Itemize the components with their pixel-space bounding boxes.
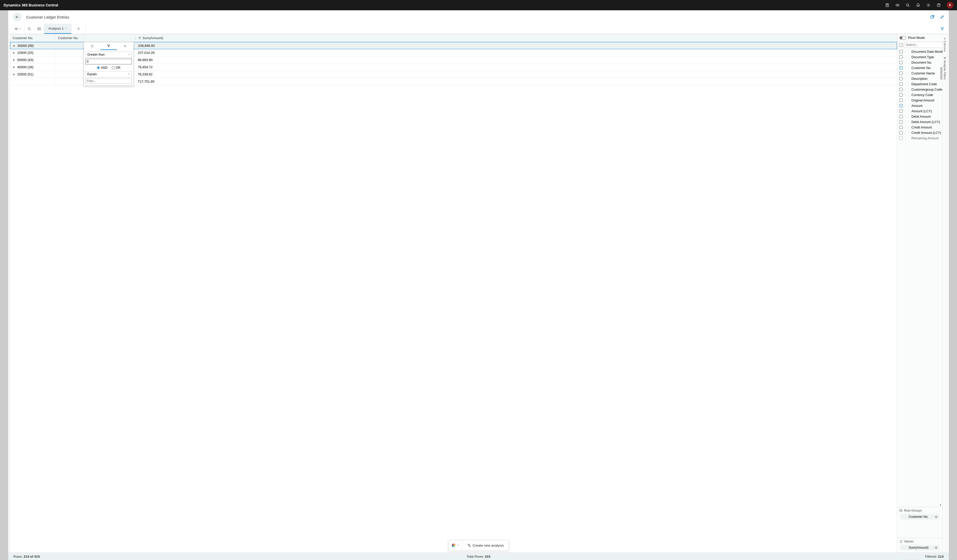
field-item[interactable]: ⋮⋮Description (898, 76, 942, 81)
filter-value-1[interactable] (85, 59, 132, 65)
page-frame: Customer Ledger Entries Analysis 1 Custo… (8, 10, 949, 560)
drag-handle-icon[interactable]: ⋮⋮ (904, 61, 910, 64)
drag-handle-icon[interactable]: ⋮⋮ (902, 546, 907, 549)
chevron-right-icon[interactable]: ▶ (13, 51, 15, 54)
grid-header-amount[interactable]: ↓ Sum(Amount) (84, 34, 897, 42)
drag-handle-icon[interactable]: ⋮⋮ (904, 120, 910, 124)
notifications-icon[interactable] (916, 3, 921, 8)
share-menu[interactable] (11, 24, 24, 34)
drag-handle-icon[interactable]: ⋮⋮ (904, 109, 910, 113)
svg-point-9 (28, 28, 30, 29)
svg-point-3 (906, 4, 909, 6)
environment-icon[interactable] (885, 3, 889, 8)
drag-handle-icon[interactable]: ⋮⋮ (902, 515, 907, 519)
pivot-mode-toggle[interactable] (899, 36, 906, 39)
field-item[interactable]: ⋮⋮Customergroup Code (898, 87, 942, 92)
drag-handle-icon[interactable]: ⋮⋮ (904, 136, 910, 140)
remove-chip-icon[interactable]: ⊗ (935, 515, 938, 519)
help-icon[interactable] (936, 3, 941, 8)
table-row[interactable]: ▶40000 (28) 76,454.72 (10, 64, 897, 71)
table-row[interactable]: ▶50000 (43) 88,993.80 (10, 57, 897, 64)
drag-handle-icon[interactable]: ⋮⋮ (904, 50, 910, 53)
field-item[interactable]: ⋮⋮Debit Amount (LCY) (898, 119, 942, 125)
field-item[interactable]: ⋮⋮Remaining Amount (898, 136, 942, 141)
table-row[interactable]: ▶30000 (59) 238,948.93 (10, 42, 897, 49)
drag-handle-icon[interactable]: ⋮⋮ (904, 126, 910, 129)
drag-handle-icon[interactable]: ⋮⋮ (904, 115, 910, 118)
columns-panel: Pivot Mode − ⋮⋮Document Date Month▲ ⋮⋮Do… (897, 34, 942, 552)
copilot-menu[interactable] (448, 540, 462, 551)
drag-handle-icon[interactable]: ⋮⋮ (904, 93, 910, 96)
remove-chip-icon[interactable]: ⊗ (935, 546, 938, 550)
analysis-tab[interactable]: Analysis 1 (44, 24, 71, 34)
drag-handle-icon[interactable]: ⋮⋮ (904, 66, 910, 69)
filter-operator-1[interactable]: Greater than (85, 52, 132, 58)
toolbar-filter-icon[interactable] (936, 27, 949, 31)
field-item[interactable]: ⋮⋮Department Code (898, 81, 942, 87)
user-avatar[interactable]: K (947, 2, 954, 8)
field-item[interactable]: ⋮⋮Customer No. (898, 65, 942, 71)
filter-and-radio[interactable]: AND (97, 66, 107, 69)
svg-point-8 (16, 28, 17, 29)
create-analysis-button[interactable]: Create new analysis (462, 544, 509, 547)
field-item[interactable]: ⋮⋮Amount (898, 103, 942, 109)
grid-header-group[interactable]: Customer No. (10, 34, 55, 42)
filter-or-radio[interactable]: OR (112, 66, 120, 69)
grid-body[interactable]: ▶30000 (59) 238,948.93 ▶10000 (33) 237,0… (10, 42, 897, 552)
side-tab-columns[interactable]: ⫼Columns (943, 34, 947, 54)
field-item[interactable]: ⋮⋮Credit Amount (LCY) (898, 130, 942, 136)
drag-handle-icon[interactable]: ⋮⋮ (904, 99, 910, 102)
field-item[interactable]: ⋮⋮Debit Amount (898, 114, 942, 119)
filter-operator-2[interactable]: Equals (85, 71, 132, 77)
pivot-mode-label: Pivot Mode (908, 36, 925, 39)
chevron-right-icon[interactable]: ▶ (13, 73, 15, 76)
drag-handle-icon[interactable]: ⋮⋮ (904, 104, 910, 107)
scrollbar-thumb[interactable] (940, 67, 942, 80)
drag-handle-icon[interactable]: ⋮⋮ (904, 82, 910, 86)
settings-icon[interactable] (926, 3, 931, 8)
scroll-down-icon[interactable]: ▼ (939, 503, 942, 507)
drag-handle-icon[interactable]: ⋮⋮ (904, 88, 910, 91)
collapse-all-button[interactable]: − (899, 43, 903, 47)
create-analysis-label: Create new analysis (472, 544, 504, 547)
page-header: Customer Ledger Entries (8, 10, 949, 24)
row-group-chip[interactable]: ⋮⋮Customer No.⊗ (900, 514, 940, 520)
add-tab-button[interactable] (71, 24, 85, 34)
field-search-input[interactable] (904, 42, 946, 48)
grid-header-customer-no[interactable]: Customer No. (55, 34, 84, 42)
popout-icon[interactable] (930, 15, 934, 19)
filter-tab-menu[interactable] (84, 42, 100, 50)
back-button[interactable] (13, 13, 22, 21)
chevron-right-icon[interactable]: ▶ (13, 44, 16, 47)
collapse-icon[interactable] (940, 15, 944, 19)
field-item[interactable]: ⋮⋮Credit Amount (898, 125, 942, 130)
field-item[interactable]: ⋮⋮Currency Code (898, 92, 942, 98)
search-icon[interactable] (905, 3, 910, 8)
drag-handle-icon[interactable]: ⋮⋮ (904, 77, 910, 80)
filter-tab-filter[interactable] (100, 42, 117, 50)
toolbar-search-icon[interactable] (24, 24, 34, 34)
chevron-right-icon[interactable]: ▶ (13, 66, 15, 68)
drag-handle-icon[interactable]: ⋮⋮ (904, 55, 910, 59)
filter-value-2[interactable] (85, 78, 132, 84)
field-item[interactable]: ⋮⋮Document No. (898, 60, 942, 65)
field-item[interactable]: ⋮⋮Amount (LCY) (898, 109, 942, 114)
field-list[interactable]: ⋮⋮Document Date Month▲ ⋮⋮Document Type ⋮… (897, 49, 942, 507)
side-tab-filters[interactable]: Analysis Filters (943, 54, 947, 82)
copilot-icon[interactable] (895, 3, 900, 8)
field-item[interactable]: ⋮⋮Document Date Month▲ (898, 49, 942, 54)
field-item[interactable]: ⋮⋮Original Amount (898, 98, 942, 103)
values-chip[interactable]: ⋮⋮Sum(Amount)⊗ (900, 545, 940, 551)
table-row[interactable]: ▶10000 (33) 237,014.28 (10, 49, 897, 57)
table-row[interactable]: ▶20000 (51) 76,339.92 (10, 71, 897, 78)
column-filter-popup: Greater than AND OR Equals (84, 42, 134, 86)
content-area: Customer No. Customer No. ↓ Sum(Amount) … (10, 34, 947, 553)
filter-tab-columns[interactable] (117, 42, 133, 50)
drag-handle-icon[interactable]: ⋮⋮ (904, 131, 910, 134)
chevron-right-icon[interactable]: ▶ (13, 58, 15, 61)
toolbar-layout-icon[interactable] (34, 24, 44, 34)
field-item[interactable]: ⋮⋮Customer Name (898, 71, 942, 76)
drag-handle-icon[interactable]: ⋮⋮ (904, 72, 910, 75)
field-item[interactable]: ⋮⋮Document Type (898, 54, 942, 60)
sort-desc-icon: ↓ (135, 36, 137, 39)
